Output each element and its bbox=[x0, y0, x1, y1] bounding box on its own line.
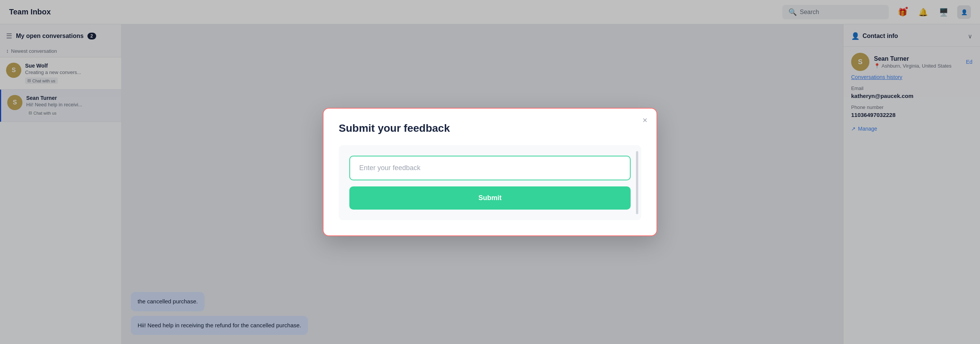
modal-close-button[interactable]: × bbox=[643, 116, 648, 125]
feedback-modal: Submit your feedback × Submit bbox=[323, 108, 657, 236]
scrollbar bbox=[636, 151, 638, 214]
modal-body: Submit bbox=[339, 145, 641, 220]
modal-title: Submit your feedback bbox=[339, 122, 641, 135]
feedback-input[interactable] bbox=[349, 156, 631, 180]
submit-button[interactable]: Submit bbox=[349, 186, 631, 209]
modal-overlay: Submit your feedback × Submit bbox=[0, 0, 980, 344]
